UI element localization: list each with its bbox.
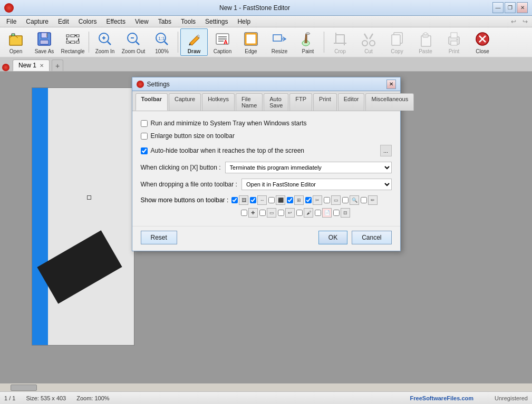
maximize-button[interactable]: ❐ bbox=[505, 2, 516, 13]
open-label: Open bbox=[9, 48, 22, 54]
icon-checkbox-2[interactable] bbox=[250, 197, 256, 203]
close-image-button[interactable]: Close bbox=[469, 28, 496, 56]
icon-checkbox-7[interactable] bbox=[342, 197, 349, 203]
icon-checkbox-11[interactable] bbox=[278, 210, 284, 216]
icon-checkbox-6[interactable] bbox=[324, 197, 330, 203]
tab-capture[interactable]: Capture bbox=[169, 93, 201, 111]
svg-rect-8 bbox=[66, 41, 69, 43]
icon-box-7: 🔍 bbox=[350, 195, 359, 205]
open-button[interactable]: Open bbox=[2, 28, 30, 56]
caption-button[interactable]: A Caption bbox=[209, 28, 236, 56]
status-bar: 1 / 1 Size: 535 x 403 Zoom: 100% FreeSof… bbox=[0, 391, 532, 404]
icon-checkbox-8[interactable] bbox=[361, 197, 367, 203]
tab-toolbar[interactable]: Toolbar bbox=[136, 93, 168, 111]
menu-settings[interactable]: Settings bbox=[201, 17, 232, 26]
svg-rect-4 bbox=[46, 33, 47, 37]
autohide-checkbox[interactable] bbox=[141, 147, 148, 154]
svg-rect-39 bbox=[392, 35, 400, 45]
menu-capture[interactable]: Capture bbox=[22, 17, 53, 26]
icon-checkbox-3[interactable] bbox=[268, 197, 275, 203]
icon-cb-5: ✂ bbox=[305, 195, 322, 205]
icon-box-8: ✏ bbox=[368, 195, 378, 205]
ok-button[interactable]: OK bbox=[318, 231, 347, 244]
zoom-100-button[interactable]: 1:1 100% bbox=[148, 28, 176, 56]
close-label: Close bbox=[476, 48, 489, 54]
icon-checkbox-9[interactable] bbox=[241, 210, 247, 216]
icon-box-10: ▭ bbox=[267, 208, 276, 218]
zoom-out-button[interactable]: Zoom Out bbox=[120, 28, 147, 56]
icon-checkbox-13[interactable] bbox=[315, 210, 321, 216]
undo-button[interactable]: ↩ bbox=[509, 17, 518, 26]
copy-button: Copy bbox=[383, 28, 411, 56]
systray-checkbox[interactable] bbox=[141, 120, 148, 127]
edge-button[interactable]: Edge bbox=[237, 28, 265, 56]
reset-button[interactable]: Reset bbox=[141, 231, 177, 244]
menu-tabs[interactable]: Tabs bbox=[154, 17, 176, 26]
svg-rect-6 bbox=[66, 35, 69, 37]
rectangle-button[interactable]: Rectangle bbox=[59, 28, 86, 56]
menu-file[interactable]: File bbox=[2, 17, 21, 26]
tab-close-icon[interactable]: ✕ bbox=[40, 63, 44, 68]
print-icon bbox=[446, 31, 462, 47]
close-action-select[interactable]: Terminate this program immediately Minim… bbox=[225, 162, 392, 173]
icon-checkbox-12[interactable] bbox=[296, 210, 303, 216]
horizontal-scrollbar[interactable] bbox=[0, 383, 532, 391]
icon-checkbox-1[interactable] bbox=[231, 197, 238, 203]
tab-filename[interactable]: File Name bbox=[236, 93, 263, 111]
svg-line-18 bbox=[136, 42, 139, 45]
icon-box-13: 📄 bbox=[322, 208, 332, 218]
tab-editor[interactable]: Editor bbox=[338, 93, 365, 111]
undo-redo-area: ↩ ↪ bbox=[509, 17, 530, 26]
redo-button[interactable]: ↪ bbox=[520, 17, 530, 26]
icon-checkbox-4[interactable] bbox=[287, 197, 293, 203]
open-icon bbox=[7, 31, 24, 47]
dots-button[interactable]: ... bbox=[380, 145, 392, 156]
tab-hotkeys[interactable]: Hotkeys bbox=[202, 93, 235, 111]
copy-label: Copy bbox=[391, 48, 403, 54]
enlarge-button-checkbox[interactable] bbox=[141, 133, 148, 140]
menu-effects[interactable]: Effects bbox=[102, 17, 129, 26]
menu-help[interactable]: Help bbox=[233, 17, 255, 26]
icon-cb-3: ⬛ bbox=[268, 195, 285, 205]
minimize-button[interactable]: — bbox=[492, 2, 504, 13]
print-label: Print bbox=[449, 48, 460, 54]
svg-rect-45 bbox=[451, 41, 457, 45]
crop-icon bbox=[332, 31, 349, 47]
tab-print[interactable]: Print bbox=[313, 93, 337, 111]
icon-box-3: ⬛ bbox=[276, 195, 285, 205]
menu-view[interactable]: View bbox=[131, 17, 153, 26]
save-as-button[interactable]: Save As bbox=[31, 28, 58, 56]
close-action-label: When clicking on [X] button : bbox=[141, 164, 221, 171]
tab-ftp[interactable]: FTP bbox=[289, 93, 312, 111]
menu-tools[interactable]: Tools bbox=[177, 17, 200, 26]
icon-checkbox-5[interactable] bbox=[305, 197, 312, 203]
tab-new1[interactable]: New 1 ✕ bbox=[13, 60, 50, 71]
drop-action-select[interactable]: Open it in FastStone Editor Ask every ti… bbox=[241, 179, 392, 190]
caption-icon: A bbox=[214, 31, 231, 47]
resize-icon bbox=[271, 31, 288, 47]
cancel-button[interactable]: Cancel bbox=[352, 231, 391, 244]
draw-button[interactable]: Draw bbox=[180, 28, 208, 56]
menu-colors[interactable]: Colors bbox=[74, 17, 101, 26]
icon-checkbox-10[interactable] bbox=[259, 210, 266, 216]
drop-action-row: When dropping a file onto toolbar : Open… bbox=[141, 179, 392, 190]
icon-cb-12: 🖌 bbox=[296, 208, 313, 218]
paint-button[interactable]: Paint bbox=[294, 28, 322, 56]
resize-label: Resize bbox=[272, 48, 288, 54]
icon-box-4: ⊞ bbox=[294, 195, 304, 205]
svg-rect-42 bbox=[424, 33, 427, 35]
tab-add-button[interactable]: + bbox=[52, 60, 63, 71]
tab-autosave[interactable]: Auto Save bbox=[264, 93, 288, 111]
window-close-button[interactable]: ✕ bbox=[517, 2, 528, 13]
tab-misc[interactable]: Miscellaneous bbox=[365, 93, 414, 111]
menu-edit[interactable]: Edit bbox=[54, 17, 73, 26]
unregistered-label: Unregistered bbox=[495, 395, 528, 401]
resize-button[interactable]: Resize bbox=[266, 28, 293, 56]
rectangle-label: Rectangle bbox=[61, 48, 84, 54]
scrollbar-thumb[interactable] bbox=[11, 385, 37, 391]
dialog-close-button[interactable]: ✕ bbox=[386, 80, 396, 89]
svg-line-20 bbox=[165, 42, 168, 45]
zoom-in-button[interactable]: Zoom In bbox=[91, 28, 119, 56]
checkbox-row-2: Enlarge button size on toolbar bbox=[141, 132, 392, 140]
icon-checkbox-14[interactable] bbox=[333, 210, 340, 216]
